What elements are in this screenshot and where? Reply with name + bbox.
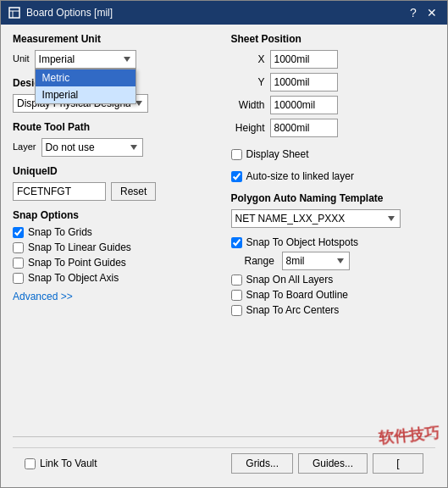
sheet-height-input[interactable] (270, 119, 338, 137)
sheet-width-label: Width (231, 99, 265, 111)
sheet-width-row: Width (231, 96, 436, 114)
snap-options-section: Snap Options Snap To Grids Snap To Linea… (13, 209, 218, 302)
uniqueid-label: UniqueID (13, 165, 218, 177)
main-area: Measurement Unit Unit MetricImperial Met… (13, 33, 435, 426)
snap-board-outline-row: Snap To Board Outline (231, 289, 436, 301)
snap-hotspots-checkbox[interactable] (231, 237, 242, 248)
sheet-x-label: X (231, 53, 265, 65)
advanced-link[interactable]: Advanced >> (13, 291, 73, 302)
title-bar: Board Options [mil] ? ✕ (1, 1, 447, 25)
sheet-y-input[interactable] (270, 73, 338, 92)
unit-select[interactable]: MetricImperial (35, 50, 136, 69)
uniqueid-row: Reset (13, 182, 218, 201)
display-sheet-label: Display Sheet (246, 148, 309, 160)
auto-size-row: Auto-size to linked layer (231, 170, 436, 182)
range-row: Range 8mil4mil12mil (245, 252, 436, 270)
range-label: Range (245, 255, 277, 267)
metric-option[interactable]: Metric (36, 69, 136, 86)
snap-linear-row: Snap To Linear Guides (13, 241, 218, 253)
content-area: Measurement Unit Unit MetricImperial Met… (1, 25, 447, 487)
snap-linear-label: Snap To Linear Guides (28, 241, 131, 253)
board-options-window: Board Options [mil] ? ✕ Measurement Unit… (0, 0, 448, 488)
snap-point-label: Snap To Point Guides (28, 257, 126, 269)
auto-size-label: Auto-size to linked layer (246, 170, 354, 182)
snap-axis-label: Snap To Object Axis (28, 272, 119, 284)
window-title: Board Options [mil] (26, 7, 113, 19)
snap-arc-centers-label: Snap To Arc Centers (246, 304, 340, 316)
imperial-option[interactable]: Imperial (36, 86, 136, 103)
sheet-y-label: Y (231, 76, 265, 88)
snap-linear-checkbox[interactable] (13, 242, 24, 253)
route-tool-path-section: Route Tool Path Layer Do not useAll Laye… (13, 121, 218, 157)
snap-hotspots-label: Snap To Object Hotspots (246, 236, 359, 248)
snap-hotspots-section: Snap To Object Hotspots Range 8mil4mil12… (231, 236, 436, 318)
snap-grids-label: Snap To Grids (28, 226, 92, 238)
right-panel: Sheet Position X Y Width Height (231, 33, 436, 426)
snap-board-outline-checkbox[interactable] (231, 290, 242, 301)
snap-all-layers-row: Snap On All Layers (231, 274, 436, 286)
guides-button[interactable]: Guides... (298, 453, 368, 474)
link-to-vault-row: Link To Vault (25, 458, 97, 469)
snap-all-layers-checkbox[interactable] (231, 274, 242, 286)
link-to-vault-checkbox[interactable] (25, 458, 36, 469)
left-panel: Measurement Unit Unit MetricImperial Met… (13, 33, 218, 426)
sheet-x-row: X (231, 50, 436, 69)
svg-rect-0 (9, 8, 19, 18)
snap-board-outline-label: Snap To Board Outline (246, 289, 349, 301)
title-bar-left: Board Options [mil] (8, 6, 113, 19)
uniqueid-section: UniqueID Reset (13, 165, 218, 201)
sheet-width-input[interactable] (270, 96, 338, 114)
title-buttons: ? ✕ (405, 4, 440, 21)
bottom-bar: Link To Vault Grids... Guides... [ (13, 447, 435, 479)
sheet-position-section: Sheet Position X Y Width Height (231, 33, 436, 140)
snap-axis-checkbox[interactable] (13, 273, 24, 284)
polygon-naming-label: Polygon Auto Naming Template (231, 192, 436, 204)
sheet-position-label: Sheet Position (231, 33, 436, 45)
polygon-naming-select[interactable]: NET NAME_LXX_PXXX (231, 209, 401, 228)
unit-group: Unit MetricImperial Metric Imperial (13, 50, 218, 69)
snap-grids-row: Snap To Grids (13, 226, 218, 238)
unit-dropdown-menu: Metric Imperial (35, 69, 136, 104)
unit-sub-label: Unit (13, 53, 30, 64)
snap-grids-checkbox[interactable] (13, 227, 24, 238)
polygon-naming-section: Polygon Auto Naming Template NET NAME_LX… (231, 192, 436, 228)
range-select[interactable]: 8mil4mil12mil (282, 252, 350, 270)
display-sheet-row: Display Sheet (231, 148, 436, 160)
layer-sub-label: Layer (13, 141, 36, 152)
layer-group: Layer Do not useAll Layers (13, 138, 218, 157)
sheet-height-row: Height (231, 119, 436, 137)
app-icon (8, 6, 21, 19)
snap-options-label: Snap Options (13, 209, 218, 221)
measurement-unit-section: Measurement Unit Unit MetricImperial Met… (13, 33, 218, 69)
snap-arc-centers-row: Snap To Arc Centers (231, 304, 436, 316)
close-button[interactable]: ✕ (423, 4, 440, 21)
sheet-y-row: Y (231, 73, 436, 92)
sheet-x-input[interactable] (270, 50, 338, 69)
link-to-vault-label: Link To Vault (40, 458, 97, 469)
auto-size-checkbox[interactable] (231, 171, 242, 182)
snap-point-row: Snap To Point Guides (13, 257, 218, 269)
unit-dropdown-container: MetricImperial Metric Imperial (35, 50, 136, 69)
uniqueid-input[interactable] (13, 182, 106, 201)
snap-axis-row: Snap To Object Axis (13, 272, 218, 284)
action-buttons: Grids... Guides... [ (231, 453, 423, 474)
layer-select[interactable]: Do not useAll Layers (41, 138, 143, 157)
help-button[interactable]: ? (405, 4, 422, 21)
snap-point-checkbox[interactable] (13, 258, 24, 269)
measurement-unit-label: Measurement Unit (13, 33, 218, 45)
snap-all-layers-label: Snap On All Layers (246, 274, 334, 286)
snap-arc-centers-checkbox[interactable] (231, 305, 242, 316)
ok-button[interactable]: [ (373, 453, 423, 474)
reset-button[interactable]: Reset (111, 182, 156, 201)
route-tool-path-label: Route Tool Path (13, 121, 218, 133)
display-sheet-checkbox[interactable] (231, 149, 242, 160)
sheet-height-label: Height (231, 122, 265, 134)
snap-hotspots-row: Snap To Object Hotspots (231, 236, 436, 248)
grids-button[interactable]: Grids... (231, 453, 293, 474)
